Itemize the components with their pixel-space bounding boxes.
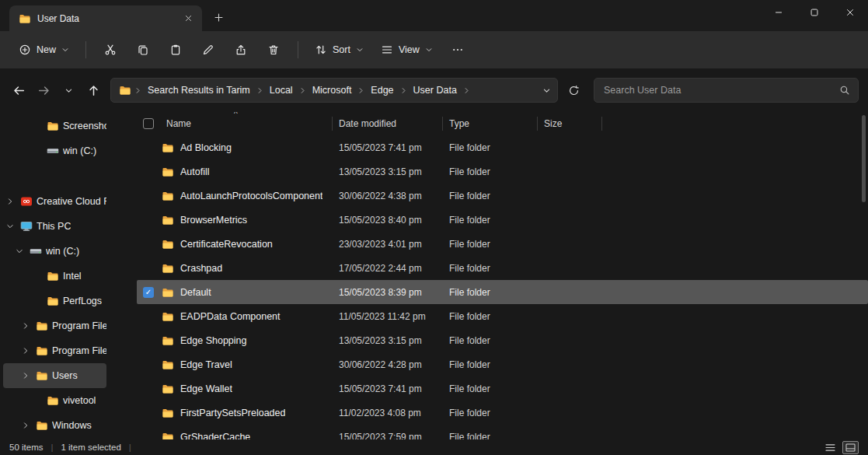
breadcrumb-item-edge[interactable]: Edge (366, 83, 398, 97)
column-header-type[interactable]: Type (443, 112, 538, 135)
file-row-autofill[interactable]: Autofill13/05/2023 3:15 pmFile folder (137, 159, 868, 184)
sidebar-item-users[interactable]: Users (3, 363, 106, 388)
file-type: File folder (443, 166, 538, 177)
maximize-button[interactable] (797, 0, 832, 25)
file-list-panel: Name Date modified Type Size ^ Ad Blocki… (134, 112, 868, 439)
refresh-button[interactable] (561, 78, 586, 103)
file-row-ad-blocking[interactable]: Ad Blocking15/05/2023 7:41 pmFile folder (137, 135, 868, 159)
folder-icon (47, 394, 60, 407)
search-input[interactable] (602, 84, 839, 96)
vertical-scrollbar[interactable] (862, 115, 866, 436)
view-button[interactable]: View (373, 37, 441, 63)
paste-button[interactable] (160, 37, 191, 63)
sidebar-item-perflogs[interactable]: PerfLogs (3, 289, 106, 313)
sidebar-item-program-file[interactable]: Program File (3, 338, 106, 363)
sidebar-item-creative-cloud-f[interactable]: Creative Cloud F (3, 189, 106, 214)
details-view-button[interactable] (822, 441, 838, 454)
file-type: File folder (443, 311, 538, 322)
new-plus-icon (19, 44, 31, 56)
rename-button[interactable] (193, 37, 224, 63)
search-icon[interactable] (839, 85, 850, 96)
file-name: EADPData Component (180, 311, 281, 322)
file-row-firstpartysetspreloaded[interactable]: FirstPartySetsPreloaded11/02/2023 4:08 p… (137, 401, 868, 425)
chevron-right-icon[interactable] (19, 371, 33, 380)
chevron-down-icon[interactable] (3, 222, 17, 231)
file-row-certificaterevocation[interactable]: CertificateRevocation23/03/2023 4:01 pmF… (137, 232, 868, 256)
folder-icon (162, 431, 174, 440)
new-button[interactable]: New (11, 37, 77, 63)
recent-locations-button[interactable] (56, 78, 81, 103)
column-header-name[interactable]: Name (160, 112, 333, 135)
file-row-edge-travel[interactable]: Edge Travel30/06/2022 4:28 pmFile folder (137, 352, 868, 376)
sort-button[interactable]: Sort (307, 37, 371, 63)
chevron-right-icon[interactable] (19, 346, 33, 355)
file-date-modified: 15/05/2023 8:40 pm (333, 215, 443, 226)
cut-button[interactable] (95, 37, 126, 63)
folder-icon (162, 310, 174, 323)
sidebar-item-screenshots[interactable]: Screenshots (3, 114, 106, 138)
column-header-date-modified[interactable]: Date modified (333, 112, 443, 135)
file-name: Edge Shopping (180, 335, 247, 346)
address-bar[interactable]: Search Results in TarimLocalMicrosoftEdg… (110, 78, 558, 103)
sidebar-item-win-c[interactable]: win (C:) (3, 138, 106, 163)
up-button[interactable] (81, 78, 106, 103)
new-tab-button[interactable] (207, 6, 230, 28)
file-row-autolaunchprotocolscomponent[interactable]: AutoLaunchProtocolsComponent30/06/2022 4… (137, 184, 868, 208)
file-name-cell: Autofill (160, 166, 333, 178)
sidebar-item-vivetool[interactable]: vivetool (3, 388, 106, 413)
chevron-right-icon (356, 86, 366, 95)
file-date-modified: 30/06/2022 4:38 pm (333, 191, 443, 201)
sidebar-item-program-file[interactable]: Program File (3, 313, 106, 338)
file-row-default[interactable]: ✓Default15/05/2023 8:39 pmFile folder (137, 280, 868, 304)
breadcrumb: Search Results in TarimLocalMicrosoftEdg… (133, 83, 541, 97)
file-type: File folder (443, 287, 538, 298)
file-row-grshadercache[interactable]: GrShaderCache15/05/2023 7:59 pmFile fold… (137, 425, 868, 439)
sidebar-item-label: This PC (37, 221, 71, 232)
file-row-edge-wallet[interactable]: Edge Wallet15/05/2023 7:41 pmFile folder (137, 376, 868, 401)
close-tab-icon[interactable] (180, 11, 196, 26)
sidebar-item-this-pc[interactable]: This PC (3, 214, 106, 239)
row-checkbox-checked[interactable]: ✓ (137, 287, 160, 298)
breadcrumb-item-local[interactable]: Local (265, 83, 298, 97)
chevron-right-icon[interactable] (19, 421, 33, 430)
breadcrumb-item-user-data[interactable]: User Data (409, 83, 462, 97)
folder-icon (162, 142, 174, 154)
sidebar-item-label: vivetool (63, 395, 96, 406)
paste-icon (169, 44, 182, 56)
file-row-browsermetrics[interactable]: BrowserMetrics15/05/2023 8:40 pmFile fol… (137, 208, 868, 232)
sidebar: Screenshotswin (C:)Creative Cloud FThis … (0, 112, 134, 439)
column-header-size[interactable]: Size (538, 112, 602, 135)
minimize-button[interactable] (761, 0, 797, 25)
chevron-right-icon[interactable] (3, 197, 17, 206)
share-button[interactable] (225, 37, 256, 63)
folder-icon (162, 407, 174, 419)
sort-ascending-icon: ^ (234, 112, 238, 118)
back-button[interactable] (6, 78, 31, 103)
command-toolbar: New Sort (0, 31, 868, 68)
sidebar-item-win-c[interactable]: win (C:) (3, 239, 106, 264)
forward-button[interactable] (31, 78, 56, 103)
sidebar-item-intel[interactable]: Intel (3, 264, 106, 289)
delete-button[interactable] (258, 37, 289, 63)
chevron-down-icon[interactable] (12, 247, 26, 256)
file-row-eadpdata-component[interactable]: EADPData Component11/05/2023 11:42 pmFil… (137, 304, 868, 328)
breadcrumb-item-search-results-in-tarim[interactable]: Search Results in Tarim (143, 83, 255, 97)
more-icon (451, 44, 464, 56)
file-row-crashpad[interactable]: Crashpad17/05/2022 2:44 pmFile folder (137, 256, 868, 280)
folder-icon (162, 190, 174, 202)
address-dropdown-icon[interactable] (542, 86, 551, 95)
scrollbar-thumb[interactable] (862, 115, 866, 202)
file-date-modified: 11/02/2023 4:08 pm (333, 408, 443, 418)
copy-button[interactable] (127, 37, 159, 63)
more-options-button[interactable] (442, 37, 473, 63)
select-all-checkbox[interactable] (143, 118, 154, 129)
sidebar-item-windows[interactable]: Windows (3, 413, 106, 438)
sort-icon (315, 44, 327, 56)
close-button[interactable] (832, 0, 868, 25)
large-icons-view-button[interactable] (842, 441, 859, 454)
explorer-tab[interactable]: User Data (9, 5, 202, 31)
folder-icon (162, 286, 174, 299)
breadcrumb-item-microsoft[interactable]: Microsoft (308, 83, 357, 97)
file-row-edge-shopping[interactable]: Edge Shopping13/05/2023 3:15 pmFile fold… (137, 328, 868, 352)
chevron-right-icon[interactable] (19, 321, 33, 331)
